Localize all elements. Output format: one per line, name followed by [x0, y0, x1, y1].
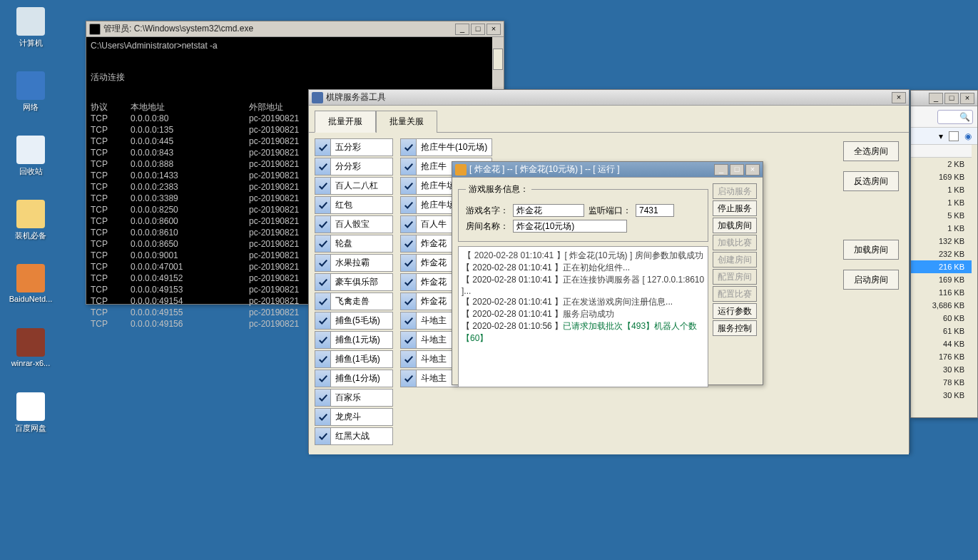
room-checkbox[interactable]: 豪车俱乐部	[315, 273, 393, 291]
check-icon	[401, 312, 417, 329]
close-button[interactable]: ×	[487, 24, 501, 35]
room-checkbox[interactable]: 捕鱼(5毛场)	[315, 312, 393, 330]
minimize-button[interactable]: _	[455, 24, 469, 35]
game-action-button[interactable]: 配置房间	[713, 269, 757, 285]
cmd-titlebar[interactable]: 管理员: C:\Windows\system32\cmd.exe _ □ ×	[86, 21, 504, 37]
input-port[interactable]	[636, 204, 674, 217]
desktop-icon[interactable]: 回收站	[6, 136, 56, 177]
column-header[interactable]	[911, 145, 972, 158]
room-checkbox[interactable]: 水果拉霸	[315, 254, 393, 272]
checkbox-option[interactable]	[949, 131, 959, 141]
file-row[interactable]: 116 KB	[911, 286, 972, 299]
desktop-icon-label: 计算机	[6, 38, 56, 49]
room-label: 轮盘	[331, 238, 357, 250]
game-action-button[interactable]: 服务控制	[713, 320, 757, 336]
desktop-icon[interactable]: winrar-x6...	[6, 328, 56, 367]
file-row[interactable]: 61 KB	[911, 325, 972, 337]
file-row[interactable]: 132 KB	[911, 235, 972, 248]
scrollbar-thumb[interactable]	[493, 49, 503, 70]
desktop-icon[interactable]: 网络	[6, 71, 56, 113]
desktop-icon[interactable]: BaiduNetd...	[6, 264, 56, 303]
room-checkbox[interactable]: 百家乐	[315, 389, 393, 407]
game-service-window: [ 炸金花 ] -- [ 炸金花(10元场) ] -- [ 运行 ] _ □ ×…	[452, 161, 763, 385]
game-action-button[interactable]: 运行参数	[713, 303, 757, 319]
view-option[interactable]: ▾	[939, 131, 943, 141]
game-titlebar[interactable]: [ 炸金花 ] -- [ 炸金花(10元场) ] -- [ 运行 ] _ □ ×	[452, 162, 763, 178]
game-action-button[interactable]: 停止服务	[713, 200, 757, 216]
game-action-button[interactable]: 启动服务	[713, 183, 757, 199]
tool-button[interactable]: 加载房间	[843, 240, 899, 260]
tool-button[interactable]: 反选房间	[843, 171, 899, 191]
file-row[interactable]: 176 KB	[911, 350, 972, 363]
check-icon	[315, 293, 331, 310]
tab-batch-open[interactable]: 批量开服	[315, 111, 376, 133]
room-checkbox[interactable]: 捕鱼(1分场)	[315, 370, 393, 387]
file-row[interactable]: 232 KB	[911, 248, 972, 260]
desktop-icon[interactable]: 百度网盘	[6, 392, 56, 434]
minimize-button[interactable]: _	[714, 164, 728, 175]
log-line: 【 2020-02-28 01:10:56 】已请求加载批次【493】机器人个数…	[462, 320, 705, 345]
room-checkbox[interactable]: 分分彩	[315, 158, 393, 175]
file-row[interactable]: 1 KB	[911, 222, 972, 235]
label-port: 监听端口：	[589, 205, 631, 217]
tool-button[interactable]: 全选房间	[843, 141, 899, 161]
input-game-name[interactable]	[513, 204, 584, 217]
desktop-icon[interactable]: 计算机	[6, 7, 56, 49]
game-action-button[interactable]: 加载房间	[713, 218, 757, 233]
desktop-icon[interactable]: 装机必备	[6, 200, 56, 241]
close-button[interactable]: ×	[960, 93, 974, 104]
room-checkbox[interactable]: 红黑大战	[315, 427, 393, 445]
check-icon	[401, 178, 417, 194]
game-action-button[interactable]: 配置比赛	[713, 286, 757, 302]
file-row[interactable]: 1 KB	[911, 183, 972, 196]
file-row[interactable]: 60 KB	[911, 312, 972, 325]
room-checkbox[interactable]: 抢庄牛牛(10元场)	[400, 138, 492, 156]
explorer-titlebar[interactable]: _ □ ×	[911, 91, 977, 106]
check-icon	[401, 216, 417, 233]
file-row[interactable]: 44 KB	[911, 337, 972, 350]
maximize-button[interactable]: □	[730, 164, 744, 175]
file-row[interactable]: 169 KB	[911, 273, 972, 286]
desktop-icon-image	[16, 200, 45, 228]
file-row[interactable]: 169 KB	[911, 170, 972, 183]
room-label: 红黑大战	[331, 430, 374, 442]
room-label: 炸金花	[417, 295, 451, 307]
close-button[interactable]: ×	[745, 164, 760, 175]
tool-button[interactable]: 启动房间	[843, 270, 899, 290]
check-icon	[315, 351, 331, 367]
file-row[interactable]: 216 KB	[911, 260, 972, 273]
maximize-button[interactable]: □	[944, 93, 959, 104]
room-checkbox[interactable]: 飞禽走兽	[315, 292, 393, 310]
room-checkbox[interactable]: 轮盘	[315, 235, 393, 253]
file-row[interactable]: 2 KB	[911, 158, 972, 170]
input-room[interactable]	[513, 220, 627, 233]
tool-titlebar[interactable]: 棋牌服务器工具 ×	[309, 90, 909, 106]
desktop-icon-label: winrar-x6...	[6, 359, 56, 367]
help-icon[interactable]: ◉	[964, 131, 972, 141]
check-icon	[315, 235, 331, 252]
check-icon	[401, 255, 417, 271]
game-action-button[interactable]: 加载比赛	[713, 235, 757, 250]
file-row[interactable]: 30 KB	[911, 363, 972, 376]
room-checkbox[interactable]: 百人二八杠	[315, 177, 393, 195]
room-checkbox[interactable]: 五分彩	[315, 138, 393, 156]
room-checkbox[interactable]: 红包	[315, 196, 393, 214]
maximize-button[interactable]: □	[471, 24, 485, 35]
file-row[interactable]: 30 KB	[911, 389, 972, 402]
room-checkbox[interactable]: 龙虎斗	[315, 408, 393, 426]
search-input[interactable]: 🔍	[937, 110, 973, 124]
file-row[interactable]: 78 KB	[911, 376, 972, 389]
minimize-button[interactable]: _	[929, 93, 943, 104]
file-row[interactable]: 1 KB	[911, 196, 972, 209]
room-checkbox[interactable]: 捕鱼(1元场)	[315, 331, 393, 349]
room-checkbox[interactable]: 百人骰宝	[315, 215, 393, 233]
file-row[interactable]: 5 KB	[911, 209, 972, 222]
file-row[interactable]: 3,686 KB	[911, 299, 972, 312]
check-icon	[401, 293, 417, 310]
file-list: 2 KB169 KB1 KB1 KB5 KB1 KB132 KB232 KB21…	[911, 145, 972, 417]
tab-batch-close[interactable]: 批量关服	[376, 111, 437, 133]
room-checkbox[interactable]: 捕鱼(1毛场)	[315, 350, 393, 368]
game-action-button[interactable]: 创建房间	[713, 252, 757, 268]
close-button[interactable]: ×	[892, 92, 906, 103]
log-header: 【 2020-02-28 01:10:41 】[ 炸金花(10元场) ] 房间参…	[462, 250, 705, 262]
